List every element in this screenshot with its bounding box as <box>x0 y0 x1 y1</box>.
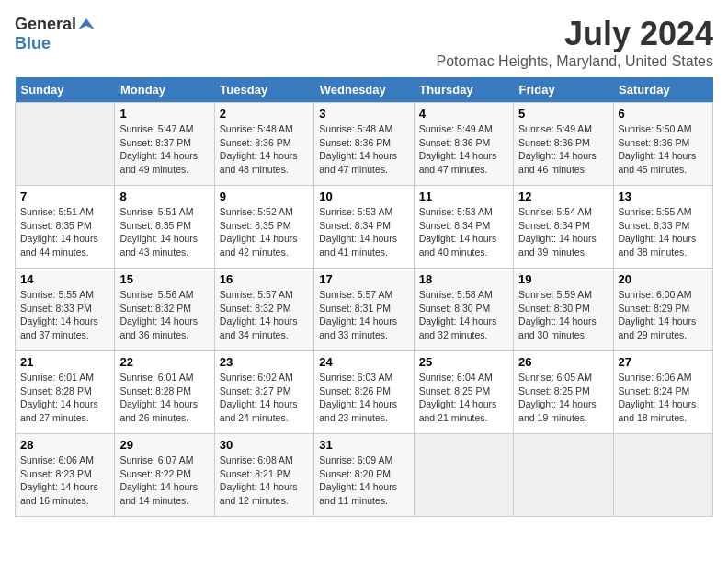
day-info: Sunrise: 6:01 AM Sunset: 8:28 PM Dayligh… <box>20 371 109 425</box>
calendar-cell: 12Sunrise: 5:54 AM Sunset: 8:34 PM Dayli… <box>514 186 613 269</box>
calendar-cell: 21Sunrise: 6:01 AM Sunset: 8:28 PM Dayli… <box>16 351 115 434</box>
calendar-cell: 20Sunrise: 6:00 AM Sunset: 8:29 PM Dayli… <box>613 269 712 351</box>
day-number: 9 <box>220 190 309 203</box>
calendar-cell <box>613 434 712 517</box>
day-info: Sunrise: 6:02 AM Sunset: 8:27 PM Dayligh… <box>220 371 309 425</box>
calendar-cell: 1Sunrise: 5:47 AM Sunset: 8:37 PM Daylig… <box>115 103 214 186</box>
day-info: Sunrise: 5:48 AM Sunset: 8:36 PM Dayligh… <box>319 122 408 177</box>
day-info: Sunrise: 5:59 AM Sunset: 8:30 PM Dayligh… <box>518 288 608 342</box>
day-info: Sunrise: 6:05 AM Sunset: 8:25 PM Dayligh… <box>518 371 608 425</box>
calendar-cell: 16Sunrise: 5:57 AM Sunset: 8:32 PM Dayli… <box>214 269 313 351</box>
day-number: 23 <box>220 355 309 369</box>
day-number: 21 <box>20 355 109 369</box>
day-number: 11 <box>419 190 508 203</box>
day-info: Sunrise: 6:08 AM Sunset: 8:21 PM Dayligh… <box>220 454 309 508</box>
calendar-cell: 11Sunrise: 5:53 AM Sunset: 8:34 PM Dayli… <box>414 186 513 269</box>
calendar-cell: 15Sunrise: 5:56 AM Sunset: 8:32 PM Dayli… <box>115 269 214 351</box>
logo-general: General <box>15 15 76 34</box>
calendar-cell <box>514 434 613 517</box>
day-info: Sunrise: 6:06 AM Sunset: 8:24 PM Dayligh… <box>619 371 708 425</box>
calendar-cell: 29Sunrise: 6:07 AM Sunset: 8:22 PM Dayli… <box>115 434 214 517</box>
day-number: 29 <box>119 438 209 452</box>
weekday-header: Thursday <box>414 77 513 103</box>
day-info: Sunrise: 6:01 AM Sunset: 8:28 PM Dayligh… <box>119 371 209 425</box>
calendar-week-row: 7Sunrise: 5:51 AM Sunset: 8:35 PM Daylig… <box>16 186 713 269</box>
day-info: Sunrise: 6:07 AM Sunset: 8:22 PM Dayligh… <box>119 454 209 508</box>
header: General Blue July 2024 Potomac Heights, … <box>15 15 713 70</box>
day-info: Sunrise: 6:04 AM Sunset: 8:25 PM Dayligh… <box>419 371 508 425</box>
location-title: Potomac Heights, Maryland, United States <box>437 53 713 70</box>
calendar-cell: 19Sunrise: 5:59 AM Sunset: 8:30 PM Dayli… <box>514 269 613 351</box>
day-info: Sunrise: 5:56 AM Sunset: 8:32 PM Dayligh… <box>119 288 209 342</box>
day-info: Sunrise: 6:03 AM Sunset: 8:26 PM Dayligh… <box>319 371 408 425</box>
day-info: Sunrise: 6:09 AM Sunset: 8:20 PM Dayligh… <box>319 454 408 508</box>
day-info: Sunrise: 6:00 AM Sunset: 8:29 PM Dayligh… <box>619 288 708 342</box>
day-number: 3 <box>319 107 408 121</box>
calendar-cell: 2Sunrise: 5:48 AM Sunset: 8:36 PM Daylig… <box>214 103 313 186</box>
day-info: Sunrise: 5:51 AM Sunset: 8:35 PM Dayligh… <box>119 205 209 259</box>
calendar-cell: 31Sunrise: 6:09 AM Sunset: 8:20 PM Dayli… <box>314 434 414 517</box>
day-number: 31 <box>319 438 408 452</box>
weekday-header: Wednesday <box>314 77 414 103</box>
day-number: 4 <box>419 107 508 121</box>
day-info: Sunrise: 5:48 AM Sunset: 8:36 PM Dayligh… <box>220 122 309 177</box>
day-number: 26 <box>518 355 608 369</box>
day-number: 7 <box>20 190 109 203</box>
calendar-cell: 28Sunrise: 6:06 AM Sunset: 8:23 PM Dayli… <box>16 434 115 517</box>
weekday-header: Sunday <box>16 77 115 103</box>
calendar-cell: 22Sunrise: 6:01 AM Sunset: 8:28 PM Dayli… <box>115 351 214 434</box>
day-number: 2 <box>220 107 309 121</box>
day-number: 8 <box>119 190 209 203</box>
calendar-cell <box>16 103 115 186</box>
calendar-cell: 7Sunrise: 5:51 AM Sunset: 8:35 PM Daylig… <box>16 186 115 269</box>
weekday-header: Friday <box>514 77 613 103</box>
calendar-cell: 5Sunrise: 5:49 AM Sunset: 8:36 PM Daylig… <box>514 103 613 186</box>
day-info: Sunrise: 5:57 AM Sunset: 8:31 PM Dayligh… <box>319 288 408 342</box>
calendar-cell: 13Sunrise: 5:55 AM Sunset: 8:33 PM Dayli… <box>613 186 712 269</box>
calendar-cell: 14Sunrise: 5:55 AM Sunset: 8:33 PM Dayli… <box>16 269 115 351</box>
calendar-cell: 30Sunrise: 6:08 AM Sunset: 8:21 PM Dayli… <box>214 434 313 517</box>
month-title: July 2024 <box>437 15 713 53</box>
day-info: Sunrise: 5:58 AM Sunset: 8:30 PM Dayligh… <box>419 288 508 342</box>
day-info: Sunrise: 5:53 AM Sunset: 8:34 PM Dayligh… <box>419 205 508 259</box>
calendar-table: SundayMondayTuesdayWednesdayThursdayFrid… <box>15 77 713 517</box>
day-number: 13 <box>619 190 708 203</box>
day-number: 24 <box>319 355 408 369</box>
calendar-week-row: 14Sunrise: 5:55 AM Sunset: 8:33 PM Dayli… <box>16 269 713 351</box>
header-row: SundayMondayTuesdayWednesdayThursdayFrid… <box>16 77 713 103</box>
calendar-cell: 8Sunrise: 5:51 AM Sunset: 8:35 PM Daylig… <box>115 186 214 269</box>
day-number: 19 <box>518 272 608 286</box>
day-info: Sunrise: 5:53 AM Sunset: 8:34 PM Dayligh… <box>319 205 408 259</box>
calendar-week-row: 28Sunrise: 6:06 AM Sunset: 8:23 PM Dayli… <box>16 434 713 517</box>
day-info: Sunrise: 5:51 AM Sunset: 8:35 PM Dayligh… <box>20 205 109 259</box>
logo: General Blue <box>15 15 95 53</box>
day-info: Sunrise: 5:47 AM Sunset: 8:37 PM Dayligh… <box>119 122 209 177</box>
day-number: 14 <box>20 272 109 286</box>
day-number: 22 <box>119 355 209 369</box>
day-number: 28 <box>20 438 109 452</box>
weekday-header: Tuesday <box>214 77 313 103</box>
day-info: Sunrise: 5:54 AM Sunset: 8:34 PM Dayligh… <box>518 205 608 259</box>
calendar-cell: 27Sunrise: 6:06 AM Sunset: 8:24 PM Dayli… <box>613 351 712 434</box>
calendar-cell: 10Sunrise: 5:53 AM Sunset: 8:34 PM Dayli… <box>314 186 414 269</box>
calendar-cell: 18Sunrise: 5:58 AM Sunset: 8:30 PM Dayli… <box>414 269 513 351</box>
logo-blue: Blue <box>15 34 51 53</box>
day-info: Sunrise: 5:55 AM Sunset: 8:33 PM Dayligh… <box>619 205 708 259</box>
day-number: 1 <box>119 107 209 121</box>
calendar-week-row: 1Sunrise: 5:47 AM Sunset: 8:37 PM Daylig… <box>16 103 713 186</box>
calendar-cell <box>414 434 513 517</box>
calendar-cell: 25Sunrise: 6:04 AM Sunset: 8:25 PM Dayli… <box>414 351 513 434</box>
logo-bird-icon <box>78 17 95 33</box>
day-number: 16 <box>220 272 309 286</box>
calendar-cell: 9Sunrise: 5:52 AM Sunset: 8:35 PM Daylig… <box>214 186 313 269</box>
day-number: 25 <box>419 355 508 369</box>
day-number: 5 <box>518 107 608 121</box>
day-info: Sunrise: 5:55 AM Sunset: 8:33 PM Dayligh… <box>20 288 109 342</box>
day-info: Sunrise: 5:49 AM Sunset: 8:36 PM Dayligh… <box>518 122 608 177</box>
calendar-cell: 26Sunrise: 6:05 AM Sunset: 8:25 PM Dayli… <box>514 351 613 434</box>
weekday-header: Monday <box>115 77 214 103</box>
day-info: Sunrise: 5:49 AM Sunset: 8:36 PM Dayligh… <box>419 122 508 177</box>
calendar-week-row: 21Sunrise: 6:01 AM Sunset: 8:28 PM Dayli… <box>16 351 713 434</box>
svg-marker-0 <box>78 18 95 29</box>
day-number: 20 <box>619 272 708 286</box>
